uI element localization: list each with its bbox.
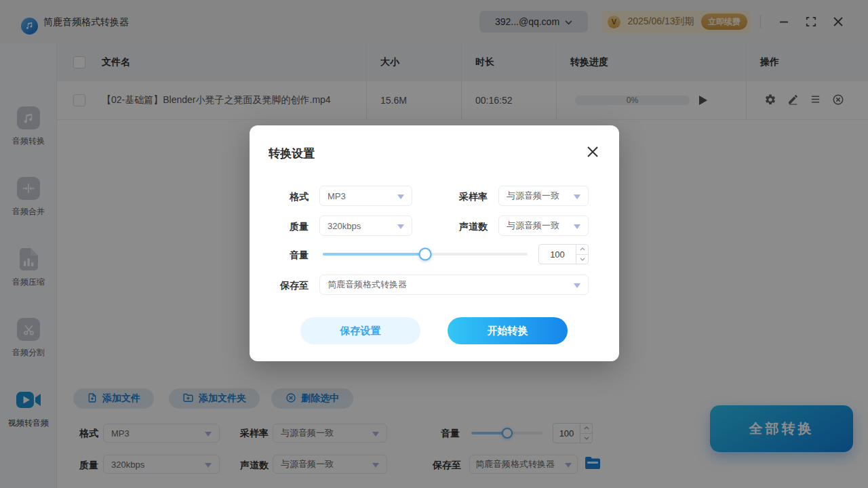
modal-sample-rate-value: 与源音频一致: [507, 190, 559, 202]
dropdown-arrow-icon: [574, 224, 580, 232]
start-conversion-button[interactable]: 开始转换: [448, 317, 568, 344]
modal-volume-stepper[interactable]: 100: [538, 244, 589, 264]
modal-channels-select[interactable]: 与源音频一致: [498, 216, 589, 236]
modal-quality-label: 质量: [250, 221, 309, 233]
stepper-down-icon[interactable]: [576, 255, 588, 264]
save-settings-button[interactable]: 保存设置: [300, 317, 420, 344]
modal-volume-slider[interactable]: [323, 253, 528, 256]
modal-volume-value: 100: [539, 245, 576, 264]
stepper-up-icon[interactable]: [576, 245, 588, 255]
modal-channels-value: 与源音频一致: [507, 220, 559, 232]
modal-quality-select[interactable]: 320kbps: [319, 216, 412, 236]
modal-format-label: 格式: [250, 191, 309, 203]
modal-save-to-value: 简鹿音频格式转换器: [328, 279, 407, 291]
modal-save-to-select[interactable]: 简鹿音频格式转换器: [319, 274, 589, 295]
modal-close-icon[interactable]: [585, 144, 600, 159]
modal-sample-rate-label: 采样率: [412, 191, 488, 203]
modal-format-select[interactable]: MP3: [319, 186, 412, 206]
modal-title: 转换设置: [269, 146, 315, 161]
modal-quality-value: 320kbps: [328, 221, 361, 231]
dropdown-arrow-icon: [574, 283, 580, 291]
modal-channels-label: 声道数: [412, 221, 488, 233]
conversion-settings-modal: 转换设置 格式 MP3 采样率 与源音频一致 质量 320kbps 声道数 与源…: [250, 125, 619, 361]
modal-save-to-label: 保存至: [250, 280, 309, 292]
dropdown-arrow-icon: [574, 195, 580, 203]
modal-volume-slider-knob[interactable]: [419, 248, 432, 261]
modal-sample-rate-select[interactable]: 与源音频一致: [498, 186, 589, 206]
modal-format-value: MP3: [328, 191, 346, 201]
dropdown-arrow-icon: [397, 224, 404, 232]
modal-volume-slider-fill: [323, 253, 425, 256]
modal-volume-label: 音量: [250, 249, 309, 262]
dropdown-arrow-icon: [397, 195, 404, 203]
